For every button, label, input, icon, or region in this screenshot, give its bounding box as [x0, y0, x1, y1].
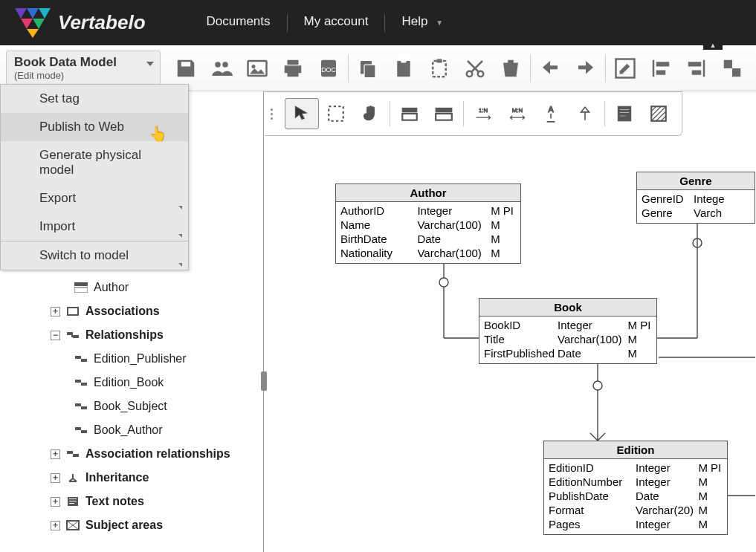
- dd-import[interactable]: Import: [1, 212, 188, 241]
- svg-rect-45: [620, 112, 630, 114]
- align-left-button[interactable]: [643, 51, 679, 86]
- tool-pointer[interactable]: [285, 98, 319, 129]
- cursor-hand-icon: 👆: [149, 125, 167, 143]
- share-button[interactable]: [204, 51, 239, 86]
- save-button[interactable]: [168, 51, 204, 86]
- svg-rect-31: [69, 503, 74, 504]
- svg-point-9: [252, 65, 256, 68]
- entity-book[interactable]: Book BookIDIntegerM PI TitleVarchar(100)…: [479, 298, 657, 364]
- tool-MtoN[interactable]: M:N: [500, 98, 534, 129]
- assoc-icon: [66, 306, 80, 316]
- paste-button[interactable]: [386, 51, 421, 86]
- logo-icon: [15, 8, 51, 38]
- svg-rect-27: [68, 308, 78, 315]
- tool-onetoN[interactable]: 1:N: [466, 98, 500, 129]
- model-menu-button[interactable]: Book Data Model (Edit mode): [6, 51, 161, 86]
- expand-icon[interactable]: +: [51, 497, 60, 507]
- model-title: Book Data Model: [14, 55, 152, 70]
- tree-group-inheritance[interactable]: +Inheritance: [24, 466, 263, 490]
- pencil-square-icon: [614, 57, 636, 79]
- redo-button[interactable]: [568, 51, 604, 86]
- entity-genre[interactable]: Genre GenreIDIntege GenreVarch: [636, 172, 755, 224]
- expand-icon[interactable]: +: [51, 521, 60, 530]
- clipboard-dashed-icon: [428, 57, 450, 79]
- tree-leaf-book-subject[interactable]: Book_Subject: [24, 394, 263, 418]
- dd-export[interactable]: Export: [1, 184, 188, 212]
- entity-edition[interactable]: Edition EditionIDIntegerM PI EditionNumb…: [543, 441, 728, 535]
- entity-author[interactable]: Author AuthorIDIntegerM PI NameVarchar(1…: [335, 184, 521, 264]
- svg-rect-25: [74, 282, 88, 286]
- diagram-canvas[interactable]: 1:N M:N A Author AuthorIDIntegerM PI Nam…: [265, 91, 756, 552]
- brand-logo[interactable]: Vertabelo: [15, 8, 146, 38]
- paste-special-button[interactable]: [421, 51, 457, 86]
- svg-text:A: A: [549, 105, 555, 114]
- rel-icon: [74, 425, 88, 435]
- svg-rect-30: [69, 501, 77, 501]
- dd-set-tag[interactable]: Set tag: [1, 85, 188, 113]
- redo-icon: [575, 57, 597, 79]
- doc-button[interactable]: DOC: [311, 51, 346, 86]
- tool-marquee[interactable]: [319, 98, 353, 129]
- tree-group-text-notes[interactable]: +Text notes: [24, 490, 263, 513]
- topnav-menu: Documents My account Help ▼: [190, 14, 460, 32]
- rel-icon: [74, 377, 88, 388]
- tree-group-subject-areas[interactable]: +Subject areas: [24, 513, 263, 537]
- tool-inherit[interactable]: A: [534, 98, 569, 129]
- tree-group-associations[interactable]: +Associations: [24, 299, 263, 323]
- marquee-icon: [326, 104, 346, 123]
- nav-help[interactable]: Help ▼: [385, 14, 459, 32]
- tree-leaf-author[interactable]: Author: [24, 276, 263, 299]
- tree-group-relationships[interactable]: −Relationships: [24, 323, 263, 347]
- tree-group-assoc-rel[interactable]: +Association relationships: [24, 442, 263, 466]
- expand-icon[interactable]: +: [51, 449, 60, 459]
- expand-icon[interactable]: +: [51, 307, 60, 316]
- image-button[interactable]: [239, 51, 275, 86]
- print-button[interactable]: [275, 51, 311, 86]
- nav-my-account[interactable]: My account: [288, 14, 385, 32]
- dd-generate-physical-model[interactable]: Generate physical model: [1, 141, 188, 184]
- tree-leaf-book-author[interactable]: Book_Author: [24, 418, 263, 442]
- arrange-button[interactable]: [714, 51, 750, 86]
- rel-icon: [74, 401, 88, 412]
- tool-note[interactable]: [607, 98, 642, 129]
- tool-table[interactable]: [392, 98, 427, 129]
- expand-icon[interactable]: +: [51, 473, 60, 483]
- entity-body: AuthorIDIntegerM PI NameVarchar(100)M Bi…: [336, 202, 520, 263]
- one-n-icon: 1:N: [474, 104, 493, 123]
- tool-area[interactable]: [642, 98, 676, 129]
- submenu-caret-icon: [178, 234, 182, 238]
- entity-title: Genre: [637, 172, 755, 190]
- panel-collapse-tab[interactable]: ▲: [703, 41, 723, 50]
- model-subtitle: (Edit mode): [14, 70, 152, 81]
- svg-point-6: [215, 62, 221, 68]
- tree-leaf-edition-publisher[interactable]: Edition_Publisher: [24, 347, 263, 371]
- svg-rect-14: [397, 61, 410, 77]
- align-right-icon: [685, 57, 708, 79]
- tool-table-alt[interactable]: [427, 98, 461, 129]
- splitter-handle[interactable]: [261, 371, 267, 391]
- align-right-button[interactable]: [679, 51, 714, 86]
- inherit-a-icon: A: [541, 104, 560, 123]
- note-icon: [615, 104, 634, 123]
- tool-inherit-up[interactable]: [568, 98, 602, 129]
- cut-button[interactable]: [457, 51, 493, 86]
- rel-icon: [66, 330, 80, 340]
- undo-button[interactable]: [532, 51, 568, 86]
- submenu-caret-icon: [178, 263, 182, 267]
- edit-button[interactable]: [607, 51, 643, 86]
- doc-icon: DOC: [317, 57, 340, 79]
- collapse-icon[interactable]: −: [51, 331, 60, 340]
- dd-switch-to-model[interactable]: Switch to model: [1, 241, 188, 270]
- delete-button[interactable]: [493, 51, 529, 86]
- chevron-up-icon: ▲: [710, 42, 717, 49]
- svg-rect-15: [401, 59, 407, 62]
- tree-leaf-edition-book[interactable]: Edition_Book: [24, 371, 263, 394]
- entity-title: Author: [336, 184, 520, 202]
- svg-rect-29: [69, 499, 77, 499]
- undo-icon: [539, 57, 561, 79]
- copy-button[interactable]: [350, 51, 386, 86]
- svg-marker-5: [27, 29, 39, 38]
- svg-rect-16: [433, 61, 446, 77]
- tool-pan[interactable]: [353, 98, 387, 129]
- nav-documents[interactable]: Documents: [190, 14, 287, 32]
